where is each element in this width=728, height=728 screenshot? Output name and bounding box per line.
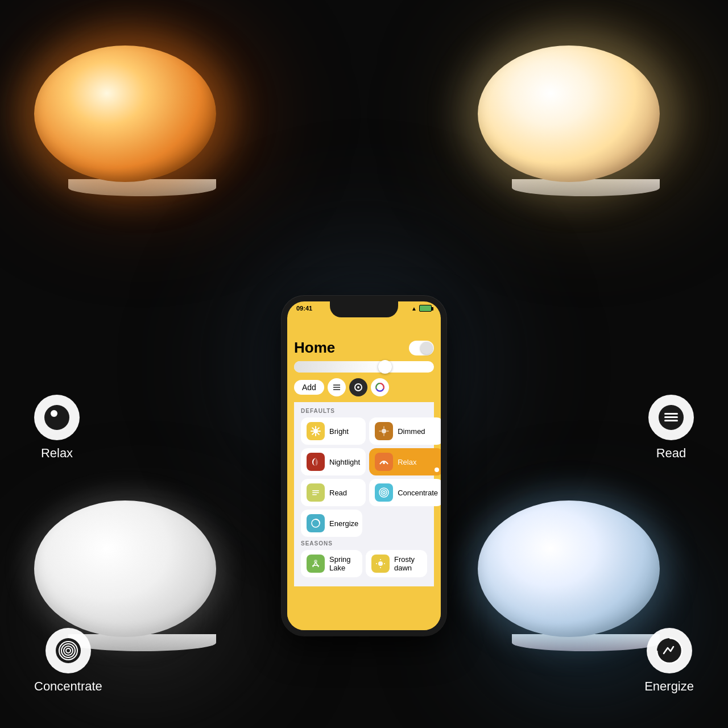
phone-screen: 09:41 ▲ Home — [287, 301, 441, 630]
concentrate-label: Concentrate — [34, 679, 102, 694]
dimmed-label: Dimmed — [398, 427, 425, 436]
energize-scene-icon — [307, 514, 325, 532]
home-toggle[interactable] — [409, 341, 434, 355]
scene-frosty-dawn[interactable]: Frosty dawn — [366, 550, 427, 577]
seasons-section-label: SEASONS — [301, 540, 427, 547]
color-view-button[interactable] — [371, 378, 389, 396]
svg-point-16 — [357, 386, 359, 388]
signal-icon: ▲ — [411, 305, 417, 312]
corner-icon-read[interactable]: Read — [648, 395, 694, 461]
read-label: Read — [656, 446, 686, 461]
toggle-knob — [420, 342, 433, 354]
read-scene-label: Read — [329, 489, 347, 497]
battery-icon — [419, 305, 432, 312]
svg-rect-14 — [333, 389, 340, 390]
svg-point-1 — [51, 410, 57, 417]
scene-concentrate[interactable]: Concentrate — [369, 479, 441, 506]
lamp-bottom-right-base — [512, 634, 660, 651]
toolbar: Add — [294, 378, 434, 396]
corner-icon-concentrate[interactable]: Concentrate — [34, 628, 102, 694]
scene-relax[interactable]: Relax — [369, 448, 441, 475]
svg-rect-5 — [664, 420, 678, 421]
svg-rect-3 — [664, 413, 678, 415]
energize-scene-label: Energize — [329, 519, 358, 528]
app-header: Home — [294, 339, 434, 357]
lamp-top-left-body — [34, 46, 216, 182]
lamp-top-right — [478, 46, 694, 205]
svg-point-0 — [44, 405, 69, 430]
energize-label: Energize — [644, 679, 694, 694]
svg-point-32 — [383, 462, 385, 464]
svg-rect-33 — [312, 490, 319, 491]
nightlight-icon — [307, 453, 325, 471]
defaults-grid: Bright — [301, 417, 427, 506]
svg-rect-12 — [333, 384, 340, 386]
svg-point-27 — [382, 429, 386, 433]
svg-line-25 — [318, 428, 319, 429]
svg-line-26 — [312, 433, 313, 435]
svg-line-24 — [318, 433, 319, 435]
scene-bright[interactable]: Bright — [301, 417, 366, 445]
lamp-top-right-base — [512, 179, 660, 196]
svg-rect-34 — [312, 493, 319, 494]
bright-icon — [307, 422, 325, 440]
nightlight-label: Nightlight — [329, 458, 360, 466]
corner-icon-relax[interactable]: Relax — [34, 395, 80, 461]
phone-notch — [330, 301, 398, 317]
lamp-top-left — [34, 46, 250, 205]
app-title: Home — [294, 339, 335, 357]
svg-point-36 — [383, 491, 385, 494]
relax-scene-label: Relax — [398, 458, 416, 466]
defaults-section-label: DEFAULTS — [301, 408, 427, 414]
seasons-grid: Spring Lake — [301, 550, 427, 577]
svg-point-37 — [381, 490, 387, 495]
svg-rect-13 — [333, 387, 340, 388]
brightness-fill — [294, 361, 385, 373]
read-icon-circle — [648, 395, 694, 440]
relax-scene-icon — [375, 453, 393, 471]
frosty-dawn-icon — [371, 555, 390, 573]
concentrate-scene-label: Concentrate — [398, 489, 438, 497]
corner-icon-energize[interactable]: Energize — [644, 628, 694, 694]
lamp-bottom-right-body — [478, 500, 660, 637]
spring-lake-label: Spring Lake — [329, 555, 357, 572]
phone: 09:41 ▲ Home — [282, 296, 446, 636]
concentrate-icon-circle — [46, 628, 91, 673]
scene-read[interactable]: Read — [301, 479, 366, 506]
scene-dimmed[interactable]: Dimmed — [369, 417, 441, 445]
scene-view-button[interactable] — [349, 378, 367, 396]
svg-rect-4 — [664, 416, 678, 418]
scene-spring-lake[interactable]: Spring Lake — [301, 550, 362, 577]
scenes-section: DEFAULTS — [294, 402, 434, 586]
brightness-knob — [378, 360, 392, 374]
spring-lake-icon — [307, 555, 325, 573]
dimmed-icon — [375, 422, 393, 440]
app-content: Home Add — [287, 317, 441, 630]
read-scene-icon — [307, 483, 325, 502]
lamp-top-right-body — [478, 46, 660, 182]
brightness-slider[interactable] — [294, 361, 434, 373]
bright-label: Bright — [329, 427, 349, 436]
scene-nightlight[interactable]: Nightlight — [301, 448, 366, 475]
lamp-top-left-base — [68, 179, 216, 196]
relax-edit-dot — [435, 468, 439, 472]
lamp-bottom-left-body — [34, 500, 216, 637]
status-right: ▲ — [411, 305, 432, 312]
list-view-button[interactable] — [328, 378, 346, 396]
frosty-dawn-label: Frosty dawn — [394, 555, 421, 572]
add-button[interactable]: Add — [294, 380, 324, 395]
status-time: 09:41 — [296, 305, 312, 312]
svg-point-18 — [313, 429, 318, 433]
phone-outer: 09:41 ▲ Home — [282, 296, 446, 636]
svg-rect-35 — [312, 494, 317, 495]
svg-point-40 — [314, 560, 317, 563]
relax-icon-circle — [34, 395, 80, 440]
relax-label: Relax — [41, 446, 73, 461]
scene-energize[interactable]: Energize — [301, 510, 362, 537]
svg-point-41 — [378, 561, 383, 566]
svg-line-23 — [312, 428, 313, 429]
concentrate-scene-icon — [375, 483, 393, 502]
energize-icon-circle — [647, 628, 692, 673]
